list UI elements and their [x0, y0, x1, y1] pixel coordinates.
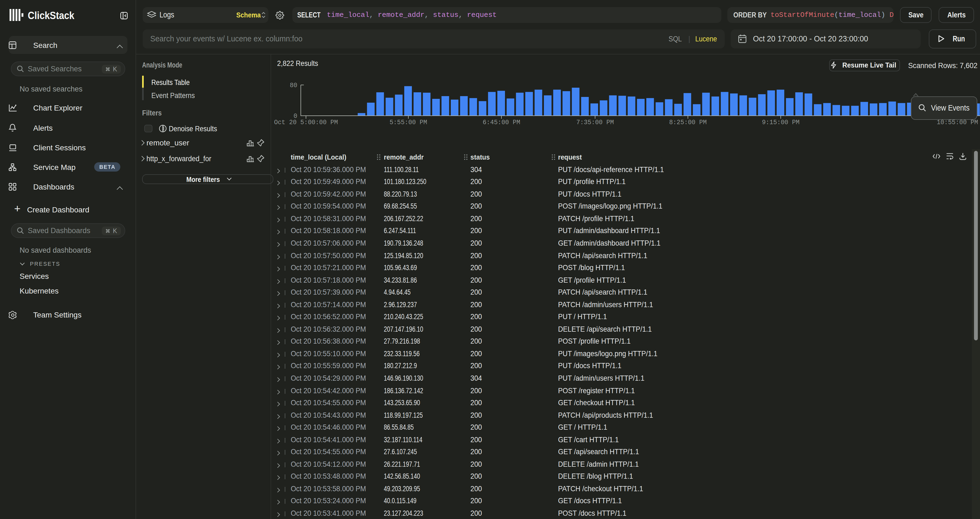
svg-text:80: 80 — [290, 82, 297, 89]
svg-text:6:45:00 PM: 6:45:00 PM — [483, 119, 520, 126]
svg-text:8:25:00 PM: 8:25:00 PM — [669, 119, 707, 126]
svg-text:7:35:00 PM: 7:35:00 PM — [576, 119, 614, 126]
svg-text:5:55:00 PM: 5:55:00 PM — [390, 119, 427, 126]
svg-text:10:55:00 PM: 10:55:00 PM — [937, 119, 978, 126]
svg-text:Oct 20 5:00:00 PM: Oct 20 5:00:00 PM — [274, 119, 338, 126]
svg-text:9:15:00 PM: 9:15:00 PM — [762, 119, 800, 126]
